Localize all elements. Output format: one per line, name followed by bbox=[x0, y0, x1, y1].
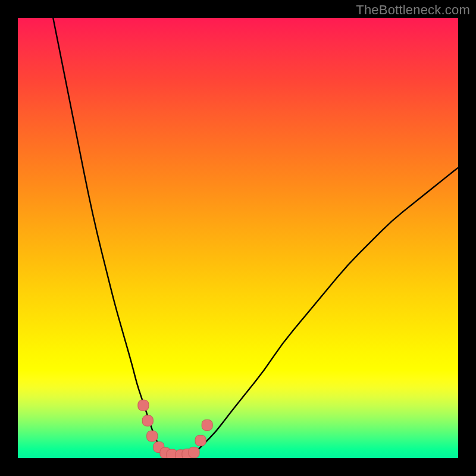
valley-floor-curve bbox=[163, 454, 194, 456]
marker bbox=[147, 431, 158, 441]
marker bbox=[202, 420, 212, 431]
marker bbox=[167, 449, 177, 458]
marker bbox=[195, 435, 206, 446]
bottleneck-markers bbox=[138, 400, 212, 458]
marker bbox=[182, 449, 193, 458]
chart-svg bbox=[18, 18, 458, 458]
right-branch-curve bbox=[194, 168, 458, 454]
marker bbox=[142, 415, 153, 426]
marker bbox=[154, 442, 164, 453]
outer-frame: TheBottleneck.com bbox=[0, 0, 476, 476]
plot-area bbox=[18, 18, 458, 458]
marker bbox=[160, 447, 171, 458]
attribution-text: TheBottleneck.com bbox=[356, 2, 470, 18]
marker bbox=[176, 450, 186, 458]
left-branch-curve bbox=[53, 18, 163, 454]
marker bbox=[189, 447, 199, 458]
marker bbox=[138, 400, 149, 411]
